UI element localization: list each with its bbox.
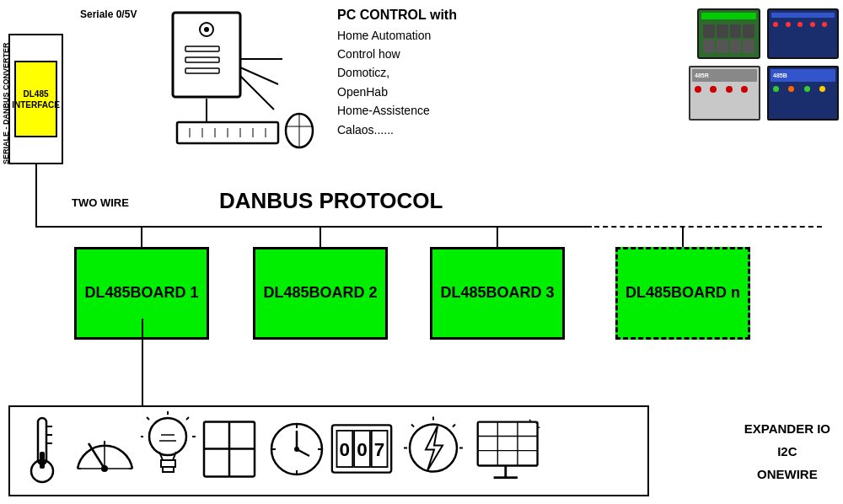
- svg-rect-5: [185, 68, 219, 73]
- gauge-icon: [73, 414, 137, 485]
- board-3: DL485 BOARD 3: [430, 247, 565, 340]
- svg-point-2: [204, 27, 209, 32]
- svg-text:0: 0: [357, 439, 368, 460]
- svg-line-41: [147, 417, 149, 420]
- pc-control-text: PC CONTROL with Home Automation Control …: [337, 4, 457, 139]
- board1-expander-line: [142, 319, 143, 405]
- diagram-container: Seriale 0/5V DL485 INTERFACE SERIALE - D…: [0, 0, 843, 504]
- pc-control-line3: Control how: [337, 45, 457, 63]
- svg-text:7: 7: [374, 439, 385, 460]
- computer-icon: [148, 8, 325, 169]
- svg-line-65: [453, 425, 455, 427]
- lightbulb-icon: [141, 411, 196, 487]
- two-wire-label: TWO WIRE: [72, 196, 129, 209]
- converter-inner-box: DL485 INTERFACE: [14, 61, 57, 137]
- solar-panel-icon: [474, 414, 545, 490]
- expander-label: EXPANDER IO I2C ONEWIRE: [744, 417, 830, 485]
- window-icon: [200, 416, 259, 483]
- pc-control-line7: Calaos......: [337, 121, 457, 139]
- svg-rect-23: [40, 452, 45, 469]
- board-n-container: DL485 BOARD n: [615, 226, 750, 340]
- expander-box: 0 0 7: [8, 405, 649, 496]
- svg-rect-69: [478, 422, 538, 466]
- converter-inner-label: DL485 INTERFACE: [12, 88, 60, 110]
- svg-rect-36: [161, 460, 175, 467]
- svg-point-35: [149, 418, 186, 455]
- danbus-protocol-label: DANBUS PROTOCOL: [219, 188, 443, 214]
- pc-control-line1: PC CONTROL with: [337, 4, 457, 26]
- board-1-connector: [141, 226, 142, 247]
- thermometer-icon: [19, 414, 65, 485]
- board-2: DL485 BOARD 2: [253, 247, 388, 340]
- svg-line-39: [186, 417, 189, 420]
- seriale-label: Seriale 0/5V: [80, 8, 137, 20]
- board-n-connector: [682, 226, 684, 247]
- svg-text:0: 0: [340, 439, 351, 460]
- svg-rect-0: [173, 13, 240, 97]
- counter-icon: 0 0 7: [330, 417, 394, 480]
- board-3-container: DL485 BOARD 3: [430, 226, 565, 340]
- pc-control-line4: Domoticz,: [337, 63, 457, 82]
- board-3-connector: [497, 226, 498, 247]
- clock-icon: [267, 414, 326, 485]
- board-2-connector: [319, 226, 321, 247]
- energy-icon: [402, 414, 465, 485]
- svg-line-51: [297, 449, 309, 456]
- board-2-container: DL485 BOARD 2: [253, 226, 388, 340]
- svg-line-67: [411, 425, 414, 427]
- pc-control-line5: OpenHab: [337, 83, 457, 101]
- svg-rect-3: [185, 46, 219, 51]
- hardware-images: 485R 485B: [662, 8, 839, 185]
- vertical-line-converter: [35, 164, 37, 228]
- svg-rect-4: [185, 57, 219, 62]
- svg-point-63: [410, 425, 457, 472]
- svg-rect-37: [163, 467, 174, 472]
- pc-control-line6: Home-Assistence: [337, 101, 457, 120]
- converter-box: DL485 INTERFACE: [8, 34, 63, 164]
- board-n: DL485 BOARD n: [615, 247, 750, 340]
- pc-control-line2: Home Automation: [337, 26, 457, 45]
- svg-point-31: [101, 465, 108, 472]
- converter-outer-label: SERIALE - DANBUS CONVERTER: [2, 34, 10, 164]
